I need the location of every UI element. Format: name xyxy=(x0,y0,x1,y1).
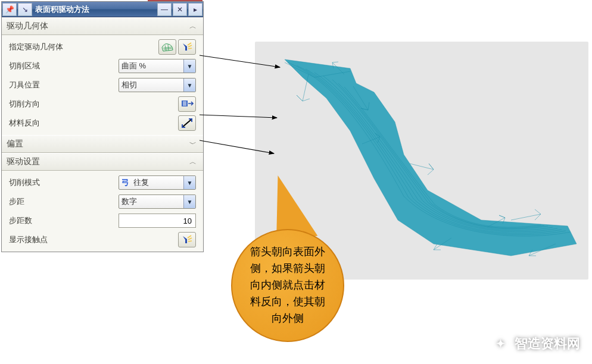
watermark-text: 智造资料网 xyxy=(515,335,580,353)
chevron-down-icon: ▼ xyxy=(183,79,195,92)
row-cut-mode: 切削模式 弓 往复 ▼ xyxy=(2,173,203,192)
cut-mode-value: 往复 xyxy=(131,177,183,188)
step-value: 数字 xyxy=(119,196,183,207)
cut-region-label: 切削区域 xyxy=(9,61,119,71)
section-body-drive-geometry: 指定驱动几何体 切削区域 曲面 % ▼ 刀具位置 相切 ▼ 切削方向 xyxy=(2,35,203,135)
step-label: 步距 xyxy=(9,196,119,207)
row-cut-direction: 切削方向 xyxy=(2,95,203,114)
chevron-down-icon: ▼ xyxy=(183,176,195,189)
callout-bubble: 箭头朝向表面外侧，如果箭头朝向内侧就点击材料反向，使其朝向外侧 xyxy=(231,229,344,342)
specify-drive-geometry-label: 指定驱动几何体 xyxy=(9,42,157,52)
row-tool-position: 刀具位置 相切 ▼ xyxy=(2,76,203,95)
titlebar: 📌 ↘ 表面积驱动方法 — ✕ ▸ xyxy=(2,2,203,17)
section-label: 驱动设置 xyxy=(7,156,188,167)
section-header-drive-geometry[interactable]: 驱动几何体 ︿ xyxy=(2,17,203,35)
select-geometry-button[interactable] xyxy=(158,39,176,55)
tool-position-value: 相切 xyxy=(119,80,183,90)
step-dropdown[interactable]: 数字 ▼ xyxy=(119,194,196,209)
pin-icon[interactable]: 📌 xyxy=(2,3,17,16)
row-specify-drive-geometry: 指定驱动几何体 xyxy=(2,37,203,57)
expand-button[interactable]: ▸ xyxy=(188,3,202,16)
surface-drive-method-panel: 📌 ↘ 表面积驱动方法 — ✕ ▸ 驱动几何体 ︿ 指定驱动几何体 切削区域 曲… xyxy=(1,1,204,252)
row-material-reverse: 材料反向 xyxy=(2,114,203,133)
chevron-up-icon: ︿ xyxy=(188,156,198,167)
section-label: 偏置 xyxy=(7,139,188,149)
minimize-button[interactable]: — xyxy=(157,3,172,16)
callout-text: 箭头朝向表面外侧，如果箭头朝向内侧就点击材料反向，使其朝向外侧 xyxy=(245,244,330,327)
material-reverse-label: 材料反向 xyxy=(9,118,176,128)
step-count-input[interactable] xyxy=(119,214,196,228)
cut-mode-dropdown[interactable]: 弓 往复 ▼ xyxy=(119,175,196,190)
step-count-label: 步距数 xyxy=(9,215,119,226)
cut-mode-label: 切削模式 xyxy=(9,177,119,188)
tool-position-dropdown[interactable]: 相切 ▼ xyxy=(119,78,196,92)
titlebar-title: 表面积驱动方法 xyxy=(33,4,157,15)
row-cut-region: 切削区域 曲面 % ▼ xyxy=(2,57,203,76)
show-contact-label: 显示接触点 xyxy=(9,234,176,245)
cut-region-value: 曲面 % xyxy=(119,61,183,71)
row-step: 步距 数字 ▼ xyxy=(2,192,203,211)
zig-icon: 弓 xyxy=(119,177,131,188)
show-contact-button[interactable] xyxy=(178,232,196,247)
row-step-count: 步距数 xyxy=(2,211,203,230)
watermark: ✦ 智造资料网 xyxy=(491,334,580,353)
row-show-contact: 显示接触点 xyxy=(2,230,203,249)
close-button[interactable]: ✕ xyxy=(173,3,187,16)
material-reverse-button[interactable] xyxy=(178,115,196,131)
cut-region-dropdown[interactable]: 曲面 % ▼ xyxy=(119,59,196,73)
chevron-down-icon: ▼ xyxy=(183,195,195,208)
chevron-down-icon: ﹀ xyxy=(188,139,198,149)
cut-direction-label: 切削方向 xyxy=(9,99,176,109)
cut-direction-button[interactable] xyxy=(178,96,196,112)
back-arrow-icon[interactable]: ↘ xyxy=(18,3,32,16)
chevron-down-icon: ▼ xyxy=(183,59,195,73)
section-header-offset[interactable]: 偏置 ﹀ xyxy=(2,135,203,153)
wechat-icon: ✦ xyxy=(491,334,510,353)
section-body-drive-settings: 切削模式 弓 往复 ▼ 步距 数字 ▼ 步距数 显示接触点 xyxy=(2,171,203,252)
section-header-drive-settings[interactable]: 驱动设置 ︿ xyxy=(2,153,203,171)
tool-position-label: 刀具位置 xyxy=(9,80,119,90)
flashlight-button[interactable] xyxy=(178,39,196,55)
section-label: 驱动几何体 xyxy=(7,21,188,32)
chevron-up-icon: ︿ xyxy=(188,21,198,32)
